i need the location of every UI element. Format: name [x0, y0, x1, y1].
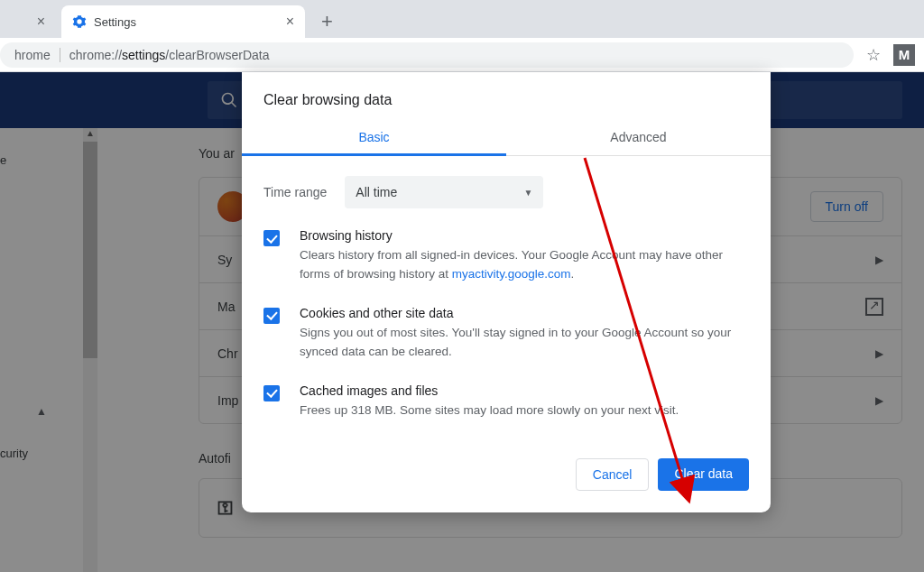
tab-title: Settings — [94, 15, 279, 29]
clear-browsing-data-dialog: Clear browsing data Basic Advanced Time … — [242, 72, 771, 512]
option-desc: Frees up 318 MB. Some sites may load mor… — [300, 401, 679, 420]
address-bar: hrome chrome://settings/clearBrowserData… — [0, 38, 924, 72]
option-desc: Signs you out of most sites. You'll stay… — [300, 324, 749, 362]
bookmark-star-icon[interactable]: ☆ — [866, 45, 881, 65]
tab-advanced[interactable]: Advanced — [506, 121, 771, 155]
gear-icon — [72, 14, 87, 29]
extension-badge[interactable]: M — [893, 44, 915, 66]
active-tab[interactable]: Settings × — [61, 5, 305, 38]
option-browsing-history: Browsing history Clears history from all… — [242, 217, 771, 295]
tab-basic[interactable]: Basic — [242, 121, 506, 156]
close-icon[interactable]: × — [37, 14, 45, 30]
dialog-title: Clear browsing data — [242, 92, 771, 121]
dialog-buttons: Cancel Clear data — [242, 431, 771, 491]
dialog-tabs: Basic Advanced — [242, 121, 771, 156]
cancel-button[interactable]: Cancel — [576, 458, 650, 491]
page-frame: e ▲ curity ▲ You ar Turn off Sy▶ Ma — [0, 72, 924, 572]
clear-data-button[interactable]: Clear data — [658, 458, 749, 491]
option-desc: Clears history from all signed-in device… — [300, 246, 749, 284]
close-icon[interactable]: × — [286, 14, 294, 30]
time-range-value: All time — [356, 185, 397, 199]
caret-down-icon: ▼ — [523, 188, 532, 198]
option-cookies: Cookies and other site data Signs you ou… — [242, 295, 771, 373]
tabs-row: × Settings × + — [0, 0, 924, 38]
addr-label: hrome — [14, 48, 60, 62]
url-text: chrome://settings/clearBrowserData — [69, 48, 270, 62]
option-title: Cached images and files — [300, 383, 679, 398]
option-title: Cookies and other site data — [300, 306, 749, 320]
checkbox-cookies[interactable] — [263, 308, 280, 324]
option-title: Browsing history — [300, 228, 749, 243]
url-field[interactable]: hrome chrome://settings/clearBrowserData — [0, 42, 854, 68]
time-range-select[interactable]: All time ▼ — [345, 176, 543, 208]
time-range-label: Time range — [263, 185, 327, 199]
time-range-row: Time range All time ▼ — [242, 156, 771, 217]
option-cache: Cached images and files Frees up 318 MB.… — [242, 373, 771, 431]
new-tab-button[interactable]: + — [305, 5, 349, 38]
prev-tab[interactable]: × — [0, 5, 61, 38]
myactivity-link[interactable]: myactivity.google.com — [452, 267, 571, 281]
checkbox-cache[interactable] — [263, 385, 280, 401]
checkbox-browsing-history[interactable] — [263, 230, 280, 246]
